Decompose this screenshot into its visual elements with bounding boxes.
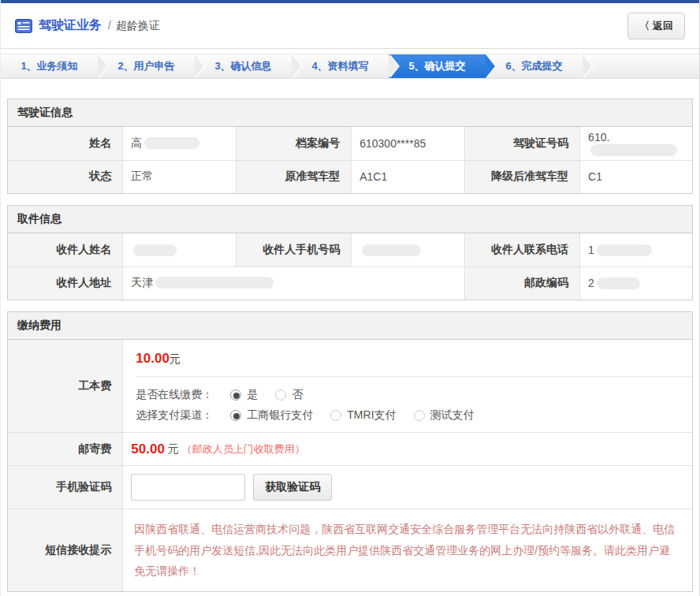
step-5-confirm-submit-active[interactable]: 5、确认提交 — [389, 54, 486, 78]
name-label: 姓名 — [8, 127, 123, 160]
step-3-confirm-info[interactable]: 3、确认信息 — [195, 54, 292, 78]
recipient-address-label: 收件人地址 — [8, 266, 123, 300]
pickup-info-table: 收件人姓名 收件人手机号码 收件人联系电话 1 收件人地址 天津 邮政编码 2 — [8, 233, 692, 300]
page: 驾驶证业务 /超龄换证 〈返回 1、业务须知 2、用户申告 3、确认信息 4、资… — [0, 0, 700, 596]
downgraded-class-label: 降级后准驾车型 — [465, 160, 580, 193]
recipient-name-label: 收件人姓名 — [8, 233, 123, 266]
step-6-complete-submit[interactable]: 6、完成提交 — [486, 54, 583, 78]
license-info-table: 姓名 高 档案编号 610300****85 驾驶证号码 610. 状态 正常 … — [8, 127, 692, 193]
recipient-address-value: 天津 — [123, 266, 465, 300]
license-number-value: 610. — [580, 127, 692, 160]
step-bar: 1、业务须知 2、用户申告 3、确认信息 4、资料填写 5、确认提交 6、完成提… — [1, 54, 699, 79]
redacted-smudge — [362, 244, 421, 256]
downgraded-class-value: C1 — [580, 160, 692, 193]
redacted-smudge — [144, 137, 199, 149]
section-title-license: 驾驶证信息 — [8, 99, 692, 127]
main-content: 驾驶证信息 姓名 高 档案编号 610300****85 驾驶证号码 610. … — [1, 99, 699, 596]
page-title: 驾驶证业务 — [39, 17, 102, 34]
sms-code-label: 手机验证码 — [8, 466, 123, 509]
original-class-label: 原准驾车型 — [236, 160, 352, 193]
section-title-pickup: 取件信息 — [8, 206, 692, 233]
step-bar-filler — [583, 54, 699, 78]
postal-code-label: 邮政编码 — [465, 266, 580, 300]
status-value: 正常 — [123, 160, 236, 193]
back-chevron-icon: 〈 — [639, 19, 650, 33]
back-label: 返回 — [653, 19, 673, 33]
recipient-phone-label: 收件人联系电话 — [465, 233, 580, 266]
redacted-smudge — [597, 244, 652, 256]
radio-checked-icon — [230, 410, 241, 421]
back-button[interactable]: 〈返回 — [627, 13, 685, 39]
recipient-name-value — [123, 233, 236, 266]
status-label: 状态 — [8, 160, 123, 193]
channel-icbc-option[interactable]: 工商银行支付 — [230, 408, 313, 423]
breadcrumb: 驾驶证业务 /超龄换证 — [15, 17, 160, 34]
table-row: 手机验证码 获取验证码 — [8, 466, 692, 509]
license-business-icon — [15, 19, 32, 33]
production-fee-amount: 10.00元 — [123, 340, 692, 376]
subpage-title: 超龄换证 — [116, 19, 160, 32]
redacted-smudge — [590, 144, 677, 156]
breadcrumb-separator: / — [108, 19, 111, 32]
radio-unchecked-icon — [275, 389, 286, 400]
table-row: 邮寄费 50.00元（邮政人员上门收取费用） — [8, 433, 692, 466]
radio-unchecked-icon — [330, 410, 341, 421]
section-license-info: 驾驶证信息 姓名 高 档案编号 610300****85 驾驶证号码 610. … — [7, 99, 693, 194]
table-row: 短信接收提示 因陕西省联通、电信运营商技术问题，陕西省互联网交通安全综合服务管理… — [8, 509, 692, 591]
divider — [136, 376, 692, 377]
production-fee-label: 工本费 — [8, 340, 123, 433]
archive-number-label: 档案编号 — [236, 127, 352, 160]
online-pay-question: 是否在线缴费： — [136, 388, 213, 402]
breadcrumb-current: /超龄换证 — [108, 19, 160, 33]
channel-test-option[interactable]: 测试支付 — [414, 408, 475, 423]
postage-fee-label: 邮寄费 — [8, 433, 123, 466]
pay-channel-row: 选择支付渠道： 工商银行支付 TMRI支付 测试支付 — [123, 405, 692, 432]
redacted-smudge — [155, 277, 274, 289]
online-pay-row: 是否在线缴费： 是 否 — [123, 385, 692, 405]
sms-code-cell: 获取验证码 — [123, 466, 692, 509]
postage-fee-amount: 50.00 — [131, 441, 165, 457]
license-number-label: 驾驶证号码 — [465, 127, 580, 160]
radio-checked-icon — [230, 389, 241, 400]
channel-tmri-option[interactable]: TMRI支付 — [330, 408, 396, 423]
recipient-phone-value: 1 — [580, 233, 692, 266]
postal-code-value: 2 — [580, 266, 692, 300]
section-fees: 缴纳费用 工本费 10.00元 是否在线缴费： 是 否 选择支付渠道 — [7, 311, 693, 592]
recipient-mobile-value — [352, 233, 465, 266]
postage-fee-note: （邮政人员上门收取费用） — [182, 442, 305, 456]
radio-unchecked-icon — [414, 410, 425, 421]
section-pickup-info: 取件信息 收件人姓名 收件人手机号码 收件人联系电话 1 收件人地址 天津 邮政… — [7, 205, 693, 300]
fees-table: 工本费 10.00元 是否在线缴费： 是 否 选择支付渠道： 工商银行支付 TM… — [8, 340, 692, 591]
footer-actions: 上一步 完成 — [7, 592, 693, 596]
sms-notice-cell: 因陕西省联通、电信运营商技术问题，陕西省互联网交通安全综合服务管理平台无法向持陕… — [123, 509, 692, 591]
postage-fee-cell: 50.00元（邮政人员上门收取费用） — [123, 433, 692, 466]
production-fee-cell: 10.00元 是否在线缴费： 是 否 选择支付渠道： 工商银行支付 TMRI支付… — [123, 340, 692, 433]
table-row: 工本费 10.00元 是否在线缴费： 是 否 选择支付渠道： 工商银行支付 TM… — [8, 340, 692, 433]
pay-channel-question: 选择支付渠道： — [136, 408, 213, 423]
table-row: 姓名 高 档案编号 610300****85 驾驶证号码 610. — [8, 127, 692, 160]
table-row: 状态 正常 原准驾车型 A1C1 降级后准驾车型 C1 — [8, 160, 692, 193]
sms-notice-label: 短信接收提示 — [8, 509, 123, 591]
redacted-smudge — [133, 244, 177, 256]
step-2-user-declaration[interactable]: 2、用户申告 — [98, 54, 195, 78]
redacted-smudge — [597, 278, 640, 289]
sms-code-input[interactable] — [131, 474, 245, 501]
section-title-fees: 缴纳费用 — [8, 312, 692, 340]
original-class-value: A1C1 — [352, 160, 465, 193]
recipient-mobile-label: 收件人手机号码 — [236, 233, 352, 266]
table-row: 收件人姓名 收件人手机号码 收件人联系电话 1 — [8, 233, 692, 266]
archive-number-value: 610300****85 — [352, 127, 465, 160]
step-4-fill-info[interactable]: 4、资料填写 — [292, 54, 389, 78]
online-pay-no-option[interactable]: 否 — [275, 388, 303, 402]
get-code-button[interactable]: 获取验证码 — [253, 474, 332, 501]
step-1-business-notice[interactable]: 1、业务须知 — [1, 54, 98, 78]
name-value: 高 — [123, 127, 236, 160]
header: 驾驶证业务 /超龄换证 〈返回 — [1, 3, 699, 49]
table-row: 收件人地址 天津 邮政编码 2 — [8, 266, 692, 300]
online-pay-yes-option[interactable]: 是 — [230, 388, 258, 402]
sms-notice-text: 因陕西省联通、电信运营商技术问题，陕西省互联网交通安全综合服务管理平台无法向持陕… — [131, 512, 684, 588]
